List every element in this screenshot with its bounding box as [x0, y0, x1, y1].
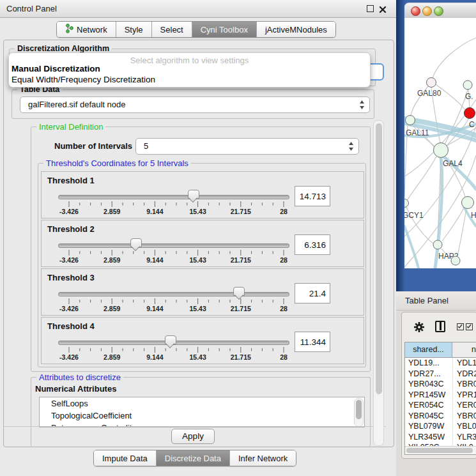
number-of-intervals-value: 5 — [144, 139, 148, 154]
tab-style[interactable]: Style — [116, 22, 152, 37]
float-window-icon[interactable] — [367, 5, 374, 12]
network-edge[interactable] — [442, 207, 464, 241]
checkbox-icon[interactable] — [466, 323, 473, 330]
control-panel: Control Panel NetworkStyleSelectCyni Too… — [0, 0, 397, 476]
network-node-c[interactable] — [464, 108, 475, 119]
table-row[interactable]: YLR345WYLR3 — [405, 432, 476, 443]
slider-handle[interactable] — [233, 287, 245, 296]
gear-icon[interactable] — [413, 321, 425, 335]
algorithm-option[interactable]: Manual Discretization — [12, 64, 100, 73]
panel-title: Control Panel — [6, 4, 57, 13]
slider-track[interactable] — [58, 292, 289, 296]
network-node-gal11[interactable] — [406, 116, 415, 125]
tab-discretize-data[interactable]: Discretize Data — [157, 450, 230, 466]
node-label: GAL11 — [406, 128, 429, 137]
column-header-2[interactable]: n — [452, 342, 476, 357]
tick-label: 15.43 — [189, 305, 206, 312]
network-node-g.[interactable] — [463, 81, 472, 89]
tick-label: 21.715 — [231, 256, 251, 264]
tab-impute-data[interactable]: Impute Data — [94, 450, 157, 466]
node-label: C — [469, 120, 475, 129]
tick-label: 9.144 — [146, 256, 163, 264]
tab-infer-network[interactable]: Infer Network — [230, 450, 296, 466]
algorithm-group-title: Discretization Algorithm — [15, 44, 112, 53]
table-row[interactable]: YBL079WYBL0 — [405, 421, 476, 432]
cell-shared-name: YBL079W — [405, 421, 452, 432]
algorithm-dropdown-popup: Select algorithm to view settings Manual… — [8, 52, 371, 88]
close-icon[interactable] — [379, 4, 387, 12]
slider-handle[interactable] — [188, 190, 199, 199]
threshold-label: Threshold 1 — [47, 176, 95, 185]
threshold-value-field[interactable]: 6.316 — [295, 234, 330, 255]
slider-ticks — [42, 249, 310, 257]
divider — [4, 426, 386, 427]
stepper-icon[interactable] — [348, 141, 354, 151]
table-row[interactable]: YDL19...YDL1 — [405, 358, 476, 369]
cell-name: YBL0 — [452, 421, 476, 432]
table-row[interactable]: YPR145WYPR1 — [405, 390, 476, 401]
network-edge[interactable] — [457, 208, 466, 256]
table-row[interactable]: YDR27...YDR2 — [405, 369, 476, 380]
node-table: shared...n YDL19...YDL1YDR27...YDR2YBR04… — [404, 342, 476, 455]
threshold-coordinates-group: Threshold's Coordinates for 5 Intervals … — [38, 163, 366, 367]
attribute-list-item[interactable]: TopologicalCoefficient — [40, 410, 364, 422]
slider-handle[interactable] — [165, 335, 176, 344]
threshold-value-field[interactable]: 11.344 — [295, 332, 330, 352]
network-edge-highlighted[interactable] — [404, 226, 418, 268]
checkbox-icon[interactable] — [457, 323, 464, 330]
slider-ticks — [42, 346, 310, 354]
table-data-combo[interactable]: galFiltered.sif default node — [20, 96, 370, 113]
network-edge[interactable] — [433, 36, 476, 78]
network-node-gcy1[interactable] — [404, 199, 409, 208]
stepper-icon[interactable] — [359, 100, 365, 110]
node-label: GAL80 — [417, 89, 441, 98]
cell-shared-name: YBR043C — [405, 379, 452, 390]
slider-handle[interactable] — [130, 238, 142, 247]
attribute-list-item[interactable]: SelfLoops — [40, 397, 364, 410]
slider-track[interactable] — [58, 195, 289, 199]
network-node-gal80[interactable] — [427, 78, 436, 88]
threshold-label: Threshold 2 — [47, 224, 95, 234]
network-node-h[interactable] — [462, 197, 474, 209]
number-of-intervals-combo[interactable]: 5 — [135, 138, 359, 155]
slider-track[interactable] — [58, 243, 289, 248]
tab-cyni-toolbox[interactable]: Cyni Toolbox — [192, 22, 257, 37]
network-node-gal4[interactable] — [434, 143, 449, 158]
threshold-value-field[interactable]: 14.713 — [295, 186, 330, 206]
minimize-traffic-light[interactable] — [422, 6, 432, 16]
network-node[interactable] — [451, 256, 460, 265]
node-label: GCY1 — [404, 211, 424, 220]
cell-shared-name: YPR145W — [405, 390, 452, 401]
zoom-traffic-light[interactable] — [434, 6, 443, 16]
network-node-hap2[interactable] — [433, 240, 442, 249]
close-traffic-light[interactable] — [411, 6, 420, 16]
network-icon — [65, 24, 73, 35]
column-header-1[interactable]: shared... — [405, 342, 452, 357]
threshold-value-field[interactable]: 21.4 — [295, 283, 330, 303]
apply-button[interactable]: Apply — [171, 429, 215, 444]
table-horizontal-scrollbar[interactable] — [405, 446, 476, 454]
list-scrollbar[interactable] — [354, 398, 364, 427]
tick-label: 28 — [280, 256, 288, 264]
tick-label: 9.144 — [146, 208, 163, 215]
tick-label: 2.859 — [104, 256, 120, 264]
cell-name: YER0 — [452, 400, 476, 411]
network-view-canvas[interactable]: GAL80G.CGAL11GAL4GCY1HHAP2 — [404, 18, 476, 268]
table-row[interactable]: YER054CYER0 — [405, 400, 476, 411]
tab-network[interactable]: Network — [57, 22, 116, 37]
tick-label: 28 — [280, 353, 288, 361]
cell-name: YBR0 — [452, 411, 476, 422]
table-row[interactable]: YBR045CYBR0 — [405, 411, 476, 422]
cell-shared-name: YBR045C — [405, 411, 452, 422]
panel-scrollbar[interactable] — [373, 120, 384, 446]
algorithm-option[interactable]: Equal Width/Frequency Discretization — [12, 75, 155, 84]
numerical-attributes-list[interactable]: SelfLoopsTopologicalCoefficientBetweenne… — [39, 397, 365, 427]
table-row[interactable]: YBR043CYBR0 — [405, 379, 476, 390]
table-data-group: Table Data galFiltered.sif default node — [12, 89, 374, 119]
tab-select[interactable]: Select — [152, 22, 192, 37]
table-panel: Table Panel — [396, 291, 476, 476]
tab-jactivemnodules[interactable]: jActiveMNodules — [257, 22, 335, 37]
network-window-titlebar[interactable] — [404, 3, 476, 19]
split-columns-icon[interactable] — [435, 321, 445, 332]
tick-label: 15.43 — [189, 256, 206, 264]
